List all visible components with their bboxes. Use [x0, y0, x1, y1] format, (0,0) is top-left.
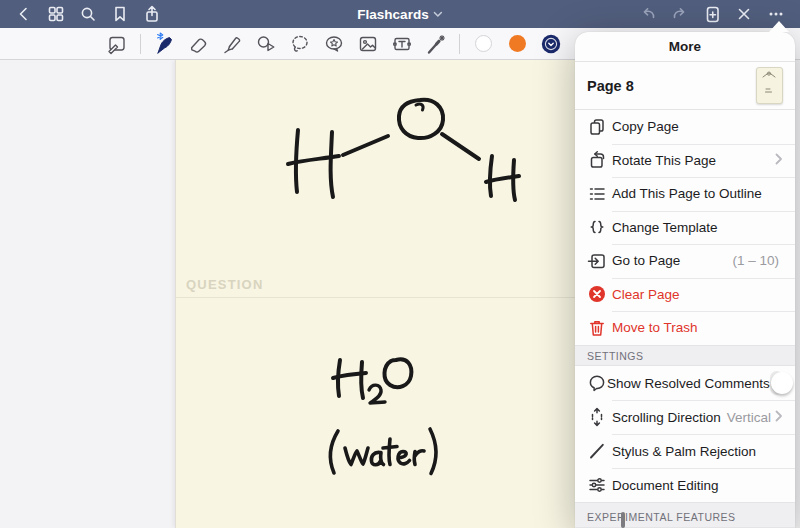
- highlighter-icon: [221, 33, 243, 55]
- color-swatch-white[interactable]: [466, 29, 500, 59]
- search-icon: [79, 5, 97, 23]
- scroll-indicator[interactable]: [621, 512, 625, 528]
- menu-item-label: Document Editing: [612, 478, 783, 493]
- search-button[interactable]: [74, 2, 102, 26]
- clear-page-icon: [587, 284, 612, 304]
- comment-pin-icon: [587, 373, 607, 393]
- eraser-icon: [187, 33, 209, 55]
- menu-item-change-template[interactable]: Change Template: [575, 211, 795, 245]
- lasso-icon: [289, 33, 311, 55]
- menu-item-scrolling-direction[interactable]: Scrolling Direction Vertical: [575, 400, 795, 434]
- page-range-detail: (1 – 10): [732, 253, 779, 268]
- popover-arrow: [769, 21, 789, 32]
- menu-item-add-to-outline[interactable]: Add This Page to Outline: [575, 177, 795, 211]
- stylus-icon: [587, 441, 612, 461]
- copy-page-icon: [587, 117, 612, 137]
- page-thumbnail-sketch: [758, 69, 781, 102]
- image-icon: [357, 33, 379, 55]
- question-section-label: QUESTION: [186, 277, 264, 292]
- document-title-text: Flashcards: [357, 7, 428, 22]
- menu-item-label: Add This Page to Outline: [612, 186, 783, 201]
- menu-item-move-to-trash[interactable]: Move to Trash: [575, 311, 795, 345]
- share-icon: [143, 5, 161, 23]
- settings-section-header: SETTINGS: [575, 345, 795, 367]
- scrolling-direction-value: Vertical: [727, 410, 771, 425]
- text-tool[interactable]: [385, 29, 419, 59]
- menu-item-label: Move to Trash: [612, 320, 783, 335]
- bookmark-icon: [111, 5, 129, 23]
- redo-button[interactable]: [666, 2, 694, 26]
- menu-item-label: Go to Page: [612, 253, 732, 268]
- rotate-page-icon: [587, 150, 612, 170]
- shapes-tool[interactable]: [249, 29, 283, 59]
- chevron-right-icon: [775, 408, 783, 426]
- sliders-icon: [587, 475, 612, 495]
- menu-item-label: Stylus & Palm Rejection: [612, 444, 783, 459]
- menu-item-label: Show Resolved Comments: [607, 376, 770, 391]
- menu-item-clear-page[interactable]: Clear Page: [575, 278, 795, 312]
- page-info-row: Page 8: [575, 62, 795, 110]
- page-number-label: Page 8: [587, 78, 634, 94]
- chevron-down-icon: [434, 11, 443, 18]
- experimental-section-header: EXPERIMENTAL FEATURES: [575, 502, 795, 528]
- shapes-icon: [255, 33, 277, 55]
- close-icon: [736, 6, 752, 22]
- bluetooth-icon: [158, 33, 163, 39]
- menu-item-rotate-page[interactable]: Rotate This Page: [575, 144, 795, 178]
- laser-pointer-icon: [425, 33, 447, 55]
- toggle-knob: [771, 372, 793, 394]
- toolbar-divider: [459, 34, 460, 54]
- scroll-direction-icon: [587, 407, 612, 427]
- pen-icon: [152, 32, 176, 56]
- redo-icon: [671, 5, 689, 23]
- menu-item-go-to-page[interactable]: Go to Page (1 – 10): [575, 244, 795, 278]
- share-button[interactable]: [138, 2, 166, 26]
- highlighter-tool[interactable]: [215, 29, 249, 59]
- menu-item-label: Change Template: [612, 220, 783, 235]
- back-button[interactable]: [10, 2, 38, 26]
- popover-title: More: [575, 32, 795, 62]
- menu-item-label: Clear Page: [612, 287, 783, 302]
- chevron-right-icon: [775, 151, 783, 169]
- menu-item-label: Copy Page: [612, 119, 783, 134]
- lasso-tool[interactable]: [283, 29, 317, 59]
- text-icon: [391, 33, 413, 55]
- close-document-button[interactable]: [730, 2, 758, 26]
- eraser-tool[interactable]: [181, 29, 215, 59]
- go-to-page-icon: [587, 251, 612, 271]
- back-icon: [15, 5, 33, 23]
- selected-color-icon: [541, 34, 561, 54]
- stickers-tool[interactable]: [317, 29, 351, 59]
- undo-button[interactable]: [634, 2, 662, 26]
- laser-pointer-tool[interactable]: [419, 29, 453, 59]
- bookmark-button[interactable]: [106, 2, 134, 26]
- image-tool[interactable]: [351, 29, 385, 59]
- edit-mode-toggle[interactable]: [100, 29, 134, 59]
- toolbar-divider: [140, 34, 141, 54]
- page-thumbnail[interactable]: [756, 67, 783, 104]
- pages-grid-icon: [47, 5, 65, 23]
- document-title[interactable]: Flashcards: [357, 0, 442, 28]
- menu-item-copy-page[interactable]: Copy Page: [575, 110, 795, 144]
- menu-item-show-resolved-comments: Show Resolved Comments: [575, 366, 795, 400]
- add-page-button[interactable]: [698, 2, 726, 26]
- outline-icon: [587, 184, 612, 204]
- color-swatch-orange[interactable]: [500, 29, 534, 59]
- more-popover: More Page 8 Copy Page Rotate This Page: [575, 32, 795, 528]
- undo-icon: [639, 5, 657, 23]
- trash-icon: [587, 318, 612, 338]
- menu-item-label: Rotate This Page: [612, 153, 775, 168]
- top-navigation-bar: Flashcards: [0, 0, 800, 28]
- menu-item-label: Scrolling Direction: [612, 410, 727, 425]
- show-resolved-comments-toggle[interactable]: [770, 371, 783, 395]
- color-swatch-navy-selected[interactable]: [534, 29, 568, 59]
- menu-item-stylus-palm-rejection[interactable]: Stylus & Palm Rejection: [575, 434, 795, 468]
- stickers-icon: [323, 33, 345, 55]
- pen-tool[interactable]: [147, 29, 181, 59]
- edit-mode-icon: [106, 33, 128, 55]
- menu-item-document-editing[interactable]: Document Editing: [575, 468, 795, 502]
- change-template-icon: [587, 217, 612, 237]
- add-page-icon: [703, 5, 722, 24]
- pages-overview-button[interactable]: [42, 2, 70, 26]
